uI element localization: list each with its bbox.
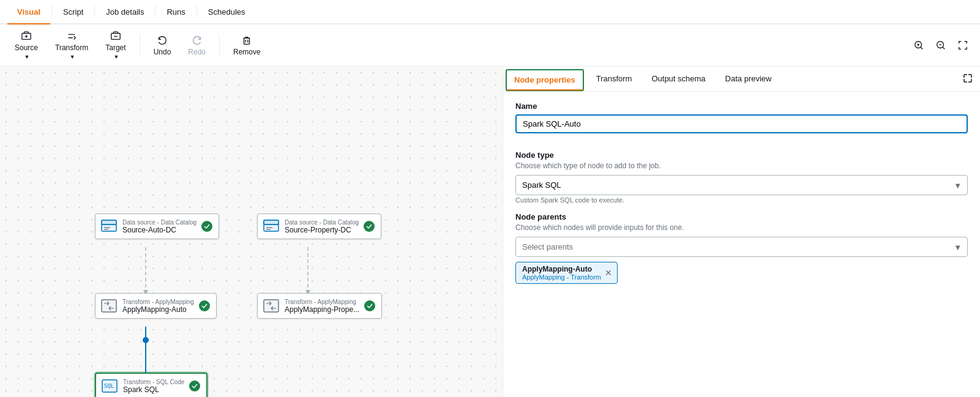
- parent-tag: ApplyMapping-Auto ApplyMapping - Transfo…: [515, 262, 618, 284]
- parent-tag-name: ApplyMapping-Auto: [522, 265, 601, 273]
- redo-button[interactable]: Redo: [181, 32, 213, 59]
- tab-job-details[interactable]: Job details: [96, 0, 154, 24]
- node-status-icon: [201, 221, 212, 232]
- panel-tab-transform[interactable]: Transform: [586, 68, 642, 91]
- node-parents-label: Node parents: [515, 212, 968, 221]
- node-info: Transform - ApplyMapping ApplyMapping-Pr…: [285, 299, 359, 314]
- node-spark-sql[interactable]: SQL Transform - SQL Code Spark SQL: [95, 373, 208, 397]
- target-button[interactable]: Target ▼: [98, 28, 133, 62]
- node-type-sub-desc: Custom Spark SQL code to execute.: [515, 196, 968, 204]
- node-status-icon: [364, 300, 375, 311]
- divider: [51, 6, 52, 18]
- node-type-select-wrapper: Spark SQL ▼: [515, 175, 968, 195]
- node-info: Data source - Data Catalog Source-Auto-D…: [122, 219, 196, 234]
- right-panel: Node properties Transform Output schema …: [503, 67, 980, 397]
- parents-select[interactable]: Select parents: [515, 237, 968, 257]
- toolbar: Source ▼ Transform ▼ Target ▼ Undo Redo: [0, 24, 980, 67]
- main-content: Data source - Data Catalog Source-Auto-D…: [0, 67, 980, 397]
- divider: [94, 6, 95, 18]
- node-parents-desc: Choose which nodes will provide inputs f…: [515, 223, 968, 232]
- separator: [140, 34, 140, 56]
- fit-view-button[interactable]: [953, 35, 973, 55]
- svg-rect-31: [102, 300, 116, 312]
- zoom-in-button[interactable]: [909, 35, 929, 55]
- svg-rect-32: [264, 300, 279, 312]
- node-info: Data source - Data Catalog Source-Proper…: [285, 219, 359, 234]
- expand-panel-button[interactable]: [956, 67, 980, 91]
- node-info: Transform - ApplyMapping ApplyMapping-Au…: [122, 299, 194, 314]
- parent-tag-remove-button[interactable]: ✕: [605, 268, 612, 278]
- parent-tag-type: ApplyMapping - Transform: [522, 273, 601, 281]
- node-source-property[interactable]: Data source - Data Catalog Source-Proper…: [257, 213, 381, 239]
- panel-tabs: Node properties Transform Output schema …: [503, 67, 980, 92]
- node-status-icon: [189, 380, 200, 391]
- node-type-section: Node type Choose which type of node to a…: [515, 150, 968, 204]
- svg-rect-27: [264, 220, 279, 224]
- node-type-select[interactable]: Spark SQL: [515, 175, 968, 195]
- transform-icon: [100, 297, 118, 314]
- tab-visual[interactable]: Visual: [7, 0, 50, 24]
- panel-tab-node-properties[interactable]: Node properties: [507, 70, 583, 91]
- data-source-icon: [100, 218, 118, 235]
- node-apply-auto[interactable]: Transform - ApplyMapping ApplyMapping-Au…: [95, 293, 217, 319]
- tab-schedules[interactable]: Schedules: [198, 0, 255, 24]
- svg-rect-22: [102, 220, 116, 224]
- parent-tag-info: ApplyMapping-Auto ApplyMapping - Transfo…: [522, 265, 601, 281]
- remove-button[interactable]: Remove: [226, 32, 268, 59]
- node-source-auto[interactable]: Data source - Data Catalog Source-Auto-D…: [95, 213, 219, 239]
- svg-text:SQL: SQL: [104, 383, 114, 389]
- node-status-icon: [199, 300, 210, 311]
- transform-icon: [263, 297, 280, 314]
- name-label: Name: [515, 102, 968, 111]
- name-field-section: Name: [515, 102, 968, 142]
- data-source-icon: [263, 218, 280, 235]
- transform-button[interactable]: Transform ▼: [48, 28, 95, 62]
- tab-runs[interactable]: Runs: [157, 0, 195, 24]
- node-apply-property[interactable]: Transform - ApplyMapping ApplyMapping-Pr…: [257, 293, 382, 319]
- top-navigation: Visual Script Job details Runs Schedules: [0, 0, 980, 24]
- sql-icon: SQL: [101, 377, 118, 395]
- panel-tab-output-schema[interactable]: Output schema: [641, 68, 715, 91]
- name-input[interactable]: [515, 114, 968, 133]
- node-info: Transform - SQL Code Spark SQL: [123, 379, 184, 394]
- source-button[interactable]: Source ▼: [7, 28, 45, 62]
- tab-script[interactable]: Script: [53, 0, 93, 24]
- node-status-icon: [364, 221, 375, 232]
- separator: [219, 34, 220, 56]
- zoom-out-button[interactable]: [931, 35, 951, 55]
- undo-button[interactable]: Undo: [146, 32, 179, 59]
- node-parents-section: Node parents Choose which nodes will pro…: [515, 212, 968, 284]
- svg-point-20: [143, 337, 149, 343]
- svg-line-11: [921, 47, 922, 49]
- flow-canvas[interactable]: Data source - Data Catalog Source-Auto-D…: [0, 67, 503, 397]
- divider: [196, 6, 197, 18]
- svg-rect-5: [244, 38, 250, 44]
- divider: [155, 6, 155, 18]
- connectors-svg: [0, 67, 503, 397]
- node-type-desc: Choose which type of node to add to the …: [515, 161, 968, 170]
- svg-line-14: [943, 47, 944, 49]
- node-type-label: Node type: [515, 150, 968, 160]
- panel-body: Name Node type Choose which type of node…: [503, 92, 980, 397]
- panel-tab-data-preview[interactable]: Data preview: [716, 68, 782, 91]
- parents-select-wrapper: Select parents ▼: [515, 237, 968, 257]
